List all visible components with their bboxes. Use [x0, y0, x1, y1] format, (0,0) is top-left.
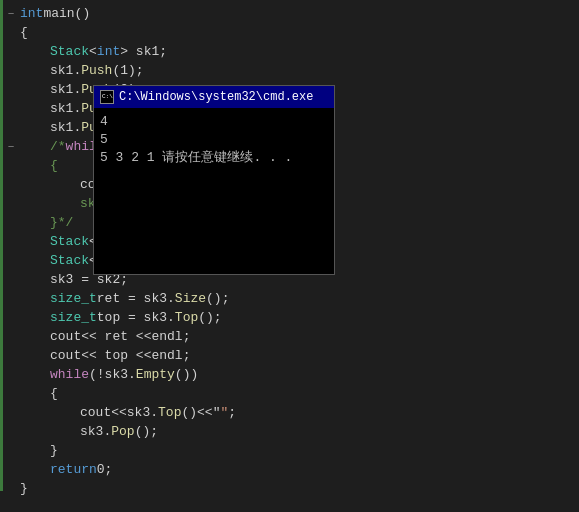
code-token: size_t [50, 310, 97, 325]
code-line: size_t top = sk3.Top(); [20, 308, 333, 327]
code-token: { [50, 386, 58, 401]
code-token: <<sk3. [111, 405, 158, 420]
code-token: Push [81, 63, 112, 78]
code-line: cout<< top <<endl; [20, 346, 333, 365]
code-token: endl [151, 329, 182, 344]
code-token: cout [80, 405, 111, 420]
code-token: (); [135, 424, 158, 439]
code-token: sk1. [50, 82, 81, 97]
cmd-title: C:\Windows\system32\cmd.exe [119, 90, 313, 104]
code-token: main() [43, 6, 90, 21]
code-token: sk3. [80, 424, 111, 439]
code-token: < [89, 44, 97, 59]
code-line: sk1.Push(1); [20, 61, 333, 80]
code-token: } [50, 443, 58, 458]
code-token: > sk1; [120, 44, 167, 59]
code-token: (!sk3. [89, 367, 136, 382]
code-token: (); [206, 291, 229, 306]
code-token: Stack [50, 234, 89, 249]
code-token: sk1. [50, 63, 81, 78]
code-line: { [20, 23, 333, 42]
code-token: Top [175, 310, 198, 325]
code-line: } [20, 479, 333, 498]
cmd-output-line: 5 3 2 1 请按任意键继续. . . [100, 148, 328, 166]
code-token: return [50, 462, 97, 477]
code-token: " [220, 405, 228, 420]
code-token: (); [198, 310, 221, 325]
code-line: size_t ret = sk3.Size(); [20, 289, 333, 308]
code-token: Pop [111, 424, 134, 439]
code-token: sk1. [50, 101, 81, 116]
cmd-output-line: 4 [100, 112, 328, 130]
code-token: ; [183, 348, 191, 363]
code-token: top = sk3. [97, 310, 175, 325]
code-token: { [50, 158, 58, 173]
code-line: −int main() [20, 4, 333, 23]
code-token: } [20, 481, 28, 496]
code-token: cout [50, 348, 81, 363]
code-token: ret = sk3. [97, 291, 175, 306]
code-token: { [20, 25, 28, 40]
code-token: int [97, 44, 120, 59]
code-line: } [20, 441, 333, 460]
editor-panel: −int main(){Stack<int> sk1;sk1.Push(1);s… [0, 0, 335, 512]
code-line: Stack<int> sk1; [20, 42, 333, 61]
code-token: Stack [50, 253, 89, 268]
code-token: while [50, 367, 89, 382]
code-line: { [20, 384, 333, 403]
code-token: int [20, 6, 43, 21]
right-area [335, 0, 579, 512]
code-token: }*/ [50, 215, 73, 230]
code-line: return 0; [20, 460, 333, 479]
code-line: cout<<sk3.Top()<<" "; [20, 403, 333, 422]
code-token: (1); [112, 63, 143, 78]
cmd-icon [100, 90, 114, 104]
code-token: Stack [50, 44, 89, 59]
code-token: cout [50, 329, 81, 344]
code-token: ()) [175, 367, 198, 382]
code-token: ()<<" [181, 405, 220, 420]
cmd-output-line: 5 [100, 130, 328, 148]
cmd-titlebar: C:\Windows\system32\cmd.exe [94, 86, 334, 108]
code-line: sk3.Pop(); [20, 422, 333, 441]
gutter-collapse-icon[interactable]: − [2, 137, 20, 156]
code-token: sk1. [50, 120, 81, 135]
code-token: Top [158, 405, 181, 420]
code-token: Empty [136, 367, 175, 382]
code-token: size_t [50, 291, 97, 306]
code-token: 0; [97, 462, 113, 477]
code-token: << top << [81, 348, 151, 363]
code-token: ; [183, 329, 191, 344]
cmd-window: C:\Windows\system32\cmd.exe 455 3 2 1 请按… [93, 85, 335, 275]
code-line: while(!sk3.Empty()) [20, 365, 333, 384]
code-token: ; [228, 405, 236, 420]
gutter-collapse-icon[interactable]: − [2, 4, 20, 23]
code-line: cout<< ret <<endl; [20, 327, 333, 346]
gutter-bar-3 [0, 171, 3, 491]
code-token: Size [175, 291, 206, 306]
cmd-body: 455 3 2 1 请按任意键继续. . . [94, 108, 334, 274]
code-token: endl [151, 348, 182, 363]
code-token: << ret << [81, 329, 151, 344]
code-token: /* [50, 139, 66, 154]
